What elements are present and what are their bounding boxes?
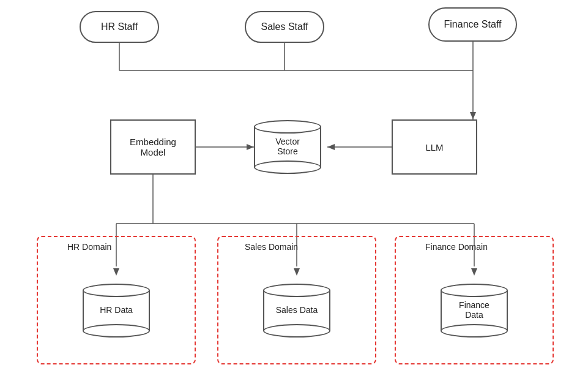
finance-staff-label: Finance Staff bbox=[444, 19, 502, 30]
hr-staff-label: HR Staff bbox=[101, 21, 138, 32]
llm-node: LLM bbox=[392, 119, 477, 175]
sales-data-label: Sales Data bbox=[276, 305, 318, 315]
hr-domain-label: HR Domain bbox=[67, 242, 111, 252]
svg-marker-9 bbox=[327, 144, 335, 150]
sales-staff-node: Sales Staff bbox=[245, 11, 324, 43]
sales-staff-label: Sales Staff bbox=[261, 21, 308, 32]
hr-data-label: HR Data bbox=[100, 305, 133, 315]
embedding-model-node: EmbeddingModel bbox=[110, 119, 196, 175]
svg-marker-7 bbox=[247, 144, 254, 150]
hr-data-node: HR Data bbox=[83, 277, 150, 344]
finance-staff-node: Finance Staff bbox=[428, 7, 517, 42]
hr-staff-node: HR Staff bbox=[80, 11, 159, 43]
vector-store-label: VectorStore bbox=[275, 137, 300, 156]
finance-data-label: FinanceData bbox=[459, 300, 489, 320]
finance-data-node: FinanceData bbox=[441, 277, 508, 344]
llm-label: LLM bbox=[425, 142, 443, 153]
architecture-diagram: HR Staff Sales Staff Finance Staff Embed… bbox=[0, 0, 588, 381]
vector-store-node: VectorStore bbox=[254, 113, 321, 181]
svg-marker-5 bbox=[470, 112, 476, 119]
embedding-model-label: EmbeddingModel bbox=[130, 137, 176, 157]
sales-domain-label: Sales Domain bbox=[245, 242, 298, 252]
sales-data-node: Sales Data bbox=[263, 277, 330, 344]
finance-domain-label: Finance Domain bbox=[425, 242, 488, 252]
